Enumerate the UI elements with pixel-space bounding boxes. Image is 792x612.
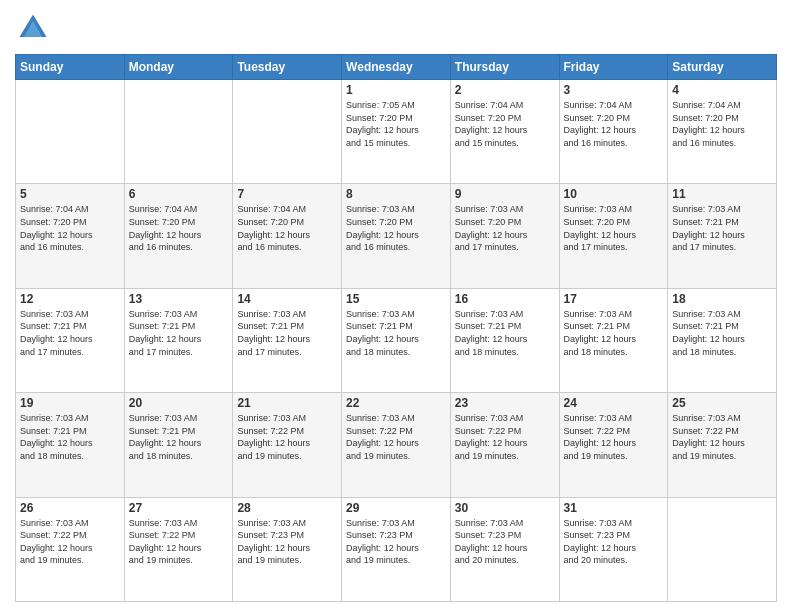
day-number: 12 — [20, 292, 120, 306]
calendar-cell: 2Sunrise: 7:04 AM Sunset: 7:20 PM Daylig… — [450, 80, 559, 184]
cell-text: Sunrise: 7:03 AM Sunset: 7:23 PM Dayligh… — [237, 517, 337, 567]
calendar-cell: 1Sunrise: 7:05 AM Sunset: 7:20 PM Daylig… — [342, 80, 451, 184]
cell-text: Sunrise: 7:03 AM Sunset: 7:21 PM Dayligh… — [237, 308, 337, 358]
calendar-cell: 19Sunrise: 7:03 AM Sunset: 7:21 PM Dayli… — [16, 393, 125, 497]
cell-text: Sunrise: 7:04 AM Sunset: 7:20 PM Dayligh… — [672, 99, 772, 149]
calendar-table: SundayMondayTuesdayWednesdayThursdayFrid… — [15, 54, 777, 602]
day-number: 8 — [346, 187, 446, 201]
calendar-cell: 5Sunrise: 7:04 AM Sunset: 7:20 PM Daylig… — [16, 184, 125, 288]
calendar-header-row: SundayMondayTuesdayWednesdayThursdayFrid… — [16, 55, 777, 80]
calendar-header-wednesday: Wednesday — [342, 55, 451, 80]
cell-text: Sunrise: 7:03 AM Sunset: 7:23 PM Dayligh… — [564, 517, 664, 567]
calendar-cell: 8Sunrise: 7:03 AM Sunset: 7:20 PM Daylig… — [342, 184, 451, 288]
day-number: 21 — [237, 396, 337, 410]
calendar-cell: 21Sunrise: 7:03 AM Sunset: 7:22 PM Dayli… — [233, 393, 342, 497]
cell-text: Sunrise: 7:03 AM Sunset: 7:21 PM Dayligh… — [346, 308, 446, 358]
calendar-header-tuesday: Tuesday — [233, 55, 342, 80]
header — [15, 10, 777, 46]
day-number: 5 — [20, 187, 120, 201]
logo-icon — [15, 10, 51, 46]
day-number: 6 — [129, 187, 229, 201]
day-number: 16 — [455, 292, 555, 306]
calendar-cell: 11Sunrise: 7:03 AM Sunset: 7:21 PM Dayli… — [668, 184, 777, 288]
day-number: 9 — [455, 187, 555, 201]
calendar-week-row: 12Sunrise: 7:03 AM Sunset: 7:21 PM Dayli… — [16, 288, 777, 392]
cell-text: Sunrise: 7:03 AM Sunset: 7:23 PM Dayligh… — [455, 517, 555, 567]
calendar-cell: 22Sunrise: 7:03 AM Sunset: 7:22 PM Dayli… — [342, 393, 451, 497]
day-number: 28 — [237, 501, 337, 515]
calendar-cell: 24Sunrise: 7:03 AM Sunset: 7:22 PM Dayli… — [559, 393, 668, 497]
cell-text: Sunrise: 7:03 AM Sunset: 7:21 PM Dayligh… — [564, 308, 664, 358]
day-number: 31 — [564, 501, 664, 515]
calendar-cell: 9Sunrise: 7:03 AM Sunset: 7:20 PM Daylig… — [450, 184, 559, 288]
calendar-cell: 20Sunrise: 7:03 AM Sunset: 7:21 PM Dayli… — [124, 393, 233, 497]
day-number: 19 — [20, 396, 120, 410]
cell-text: Sunrise: 7:03 AM Sunset: 7:22 PM Dayligh… — [237, 412, 337, 462]
calendar-cell: 15Sunrise: 7:03 AM Sunset: 7:21 PM Dayli… — [342, 288, 451, 392]
calendar-week-row: 26Sunrise: 7:03 AM Sunset: 7:22 PM Dayli… — [16, 497, 777, 601]
day-number: 26 — [20, 501, 120, 515]
calendar-cell: 23Sunrise: 7:03 AM Sunset: 7:22 PM Dayli… — [450, 393, 559, 497]
calendar-cell: 14Sunrise: 7:03 AM Sunset: 7:21 PM Dayli… — [233, 288, 342, 392]
calendar-cell: 3Sunrise: 7:04 AM Sunset: 7:20 PM Daylig… — [559, 80, 668, 184]
cell-text: Sunrise: 7:03 AM Sunset: 7:20 PM Dayligh… — [455, 203, 555, 253]
calendar-cell: 30Sunrise: 7:03 AM Sunset: 7:23 PM Dayli… — [450, 497, 559, 601]
cell-text: Sunrise: 7:03 AM Sunset: 7:20 PM Dayligh… — [564, 203, 664, 253]
cell-text: Sunrise: 7:03 AM Sunset: 7:22 PM Dayligh… — [672, 412, 772, 462]
calendar-cell: 6Sunrise: 7:04 AM Sunset: 7:20 PM Daylig… — [124, 184, 233, 288]
cell-text: Sunrise: 7:03 AM Sunset: 7:22 PM Dayligh… — [564, 412, 664, 462]
calendar-cell — [16, 80, 125, 184]
cell-text: Sunrise: 7:03 AM Sunset: 7:21 PM Dayligh… — [672, 203, 772, 253]
calendar-cell: 25Sunrise: 7:03 AM Sunset: 7:22 PM Dayli… — [668, 393, 777, 497]
day-number: 18 — [672, 292, 772, 306]
calendar-week-row: 1Sunrise: 7:05 AM Sunset: 7:20 PM Daylig… — [16, 80, 777, 184]
calendar-cell: 29Sunrise: 7:03 AM Sunset: 7:23 PM Dayli… — [342, 497, 451, 601]
day-number: 29 — [346, 501, 446, 515]
cell-text: Sunrise: 7:03 AM Sunset: 7:20 PM Dayligh… — [346, 203, 446, 253]
calendar-cell: 28Sunrise: 7:03 AM Sunset: 7:23 PM Dayli… — [233, 497, 342, 601]
calendar-cell: 4Sunrise: 7:04 AM Sunset: 7:20 PM Daylig… — [668, 80, 777, 184]
calendar-week-row: 5Sunrise: 7:04 AM Sunset: 7:20 PM Daylig… — [16, 184, 777, 288]
day-number: 25 — [672, 396, 772, 410]
calendar-cell — [124, 80, 233, 184]
cell-text: Sunrise: 7:03 AM Sunset: 7:21 PM Dayligh… — [20, 308, 120, 358]
calendar-cell: 12Sunrise: 7:03 AM Sunset: 7:21 PM Dayli… — [16, 288, 125, 392]
cell-text: Sunrise: 7:03 AM Sunset: 7:21 PM Dayligh… — [672, 308, 772, 358]
calendar-cell — [233, 80, 342, 184]
day-number: 17 — [564, 292, 664, 306]
cell-text: Sunrise: 7:03 AM Sunset: 7:21 PM Dayligh… — [20, 412, 120, 462]
day-number: 11 — [672, 187, 772, 201]
day-number: 20 — [129, 396, 229, 410]
cell-text: Sunrise: 7:03 AM Sunset: 7:23 PM Dayligh… — [346, 517, 446, 567]
calendar-cell: 7Sunrise: 7:04 AM Sunset: 7:20 PM Daylig… — [233, 184, 342, 288]
calendar-cell: 27Sunrise: 7:03 AM Sunset: 7:22 PM Dayli… — [124, 497, 233, 601]
cell-text: Sunrise: 7:03 AM Sunset: 7:21 PM Dayligh… — [129, 412, 229, 462]
cell-text: Sunrise: 7:04 AM Sunset: 7:20 PM Dayligh… — [237, 203, 337, 253]
cell-text: Sunrise: 7:04 AM Sunset: 7:20 PM Dayligh… — [129, 203, 229, 253]
cell-text: Sunrise: 7:03 AM Sunset: 7:22 PM Dayligh… — [129, 517, 229, 567]
cell-text: Sunrise: 7:04 AM Sunset: 7:20 PM Dayligh… — [455, 99, 555, 149]
day-number: 27 — [129, 501, 229, 515]
cell-text: Sunrise: 7:05 AM Sunset: 7:20 PM Dayligh… — [346, 99, 446, 149]
day-number: 3 — [564, 83, 664, 97]
cell-text: Sunrise: 7:04 AM Sunset: 7:20 PM Dayligh… — [20, 203, 120, 253]
day-number: 15 — [346, 292, 446, 306]
cell-text: Sunrise: 7:03 AM Sunset: 7:21 PM Dayligh… — [455, 308, 555, 358]
day-number: 13 — [129, 292, 229, 306]
calendar-cell: 17Sunrise: 7:03 AM Sunset: 7:21 PM Dayli… — [559, 288, 668, 392]
day-number: 23 — [455, 396, 555, 410]
calendar-cell: 16Sunrise: 7:03 AM Sunset: 7:21 PM Dayli… — [450, 288, 559, 392]
cell-text: Sunrise: 7:03 AM Sunset: 7:21 PM Dayligh… — [129, 308, 229, 358]
calendar-header-thursday: Thursday — [450, 55, 559, 80]
calendar-cell: 26Sunrise: 7:03 AM Sunset: 7:22 PM Dayli… — [16, 497, 125, 601]
cell-text: Sunrise: 7:03 AM Sunset: 7:22 PM Dayligh… — [455, 412, 555, 462]
calendar-cell: 10Sunrise: 7:03 AM Sunset: 7:20 PM Dayli… — [559, 184, 668, 288]
day-number: 24 — [564, 396, 664, 410]
calendar-header-saturday: Saturday — [668, 55, 777, 80]
day-number: 14 — [237, 292, 337, 306]
page: SundayMondayTuesdayWednesdayThursdayFrid… — [0, 0, 792, 612]
calendar-header-friday: Friday — [559, 55, 668, 80]
day-number: 2 — [455, 83, 555, 97]
calendar-header-sunday: Sunday — [16, 55, 125, 80]
calendar-cell: 13Sunrise: 7:03 AM Sunset: 7:21 PM Dayli… — [124, 288, 233, 392]
